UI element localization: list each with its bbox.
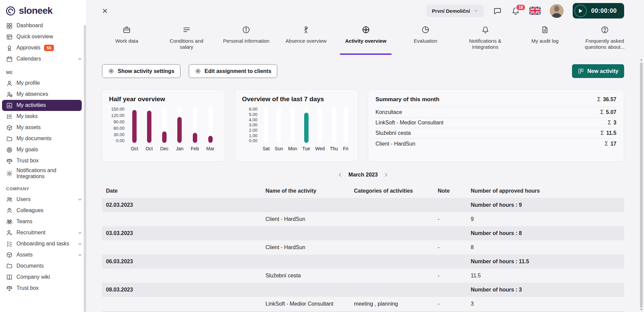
new-activity-button[interactable]: New activity xyxy=(572,64,624,78)
calendar-icon xyxy=(6,56,13,63)
x-axis-tick-label: Fri xyxy=(343,146,348,151)
group-date: 02.03.2023 xyxy=(102,202,265,208)
table-row[interactable]: LinkSoft - Medior Consultantmeeting , pl… xyxy=(102,297,624,311)
language-flag-uk[interactable] xyxy=(529,7,541,15)
page-scrollbar[interactable]: ▲ ▼ xyxy=(639,57,643,312)
summary-row: KonzultaceΣ5.07 xyxy=(375,107,616,118)
sidebar-item-my-absences[interactable]: My absences xyxy=(0,89,86,100)
group-hours-total: Number of hours : 3 xyxy=(471,287,624,293)
summary-row-value: Σ11.5 xyxy=(601,130,616,136)
x-axis-tick-label: Jan xyxy=(176,146,184,151)
board-icon xyxy=(578,68,584,74)
tab-my-audit-log[interactable]: My audit log xyxy=(515,22,575,55)
sidebar-item-label: My assets xyxy=(16,124,41,130)
sidebar-item-approvals[interactable]: Approvals55 xyxy=(0,42,86,53)
sidebar-item-recruitment[interactable]: Recruitment xyxy=(0,227,86,238)
x-axis-tick-label: Thu xyxy=(330,146,338,151)
company-name: První Demoliční xyxy=(432,8,470,14)
button-label: Edit assignment to clients xyxy=(205,68,271,74)
sidebar-item-assets[interactable]: Assets xyxy=(0,249,86,261)
tab-work-data[interactable]: Work data xyxy=(97,22,157,55)
logo[interactable]: sloneek xyxy=(0,0,86,20)
play-button[interactable] xyxy=(574,5,587,17)
notifications-button[interactable]: 18 xyxy=(511,6,520,15)
absence-person-icon xyxy=(302,26,310,35)
tab-label: Frequently asked questions about... xyxy=(581,38,629,50)
sidebar-item-quick-overview[interactable]: Quick overview xyxy=(0,31,86,42)
chevron-right-icon xyxy=(383,172,389,178)
sidebar-item-label: My goals xyxy=(16,147,38,153)
tab-evaluation[interactable]: Evaluation xyxy=(396,22,456,55)
tab-absence-overview[interactable]: Absence overview xyxy=(276,22,336,55)
actions-row: Show activity settings Edit assignment t… xyxy=(102,64,624,78)
sidebar-item-dashboard[interactable]: Dashboard xyxy=(0,20,86,31)
chart: 150.00120.0090.0060.0030.000.00 OctOctDe… xyxy=(109,107,218,151)
scroll-up-arrow[interactable]: ▲ xyxy=(639,57,643,62)
tab-activity-overview[interactable]: Activity overview xyxy=(336,22,396,55)
chat-button[interactable] xyxy=(493,6,502,15)
table-row[interactable]: Client - HardSun-8 xyxy=(102,240,624,255)
chart-bar-column: Feb xyxy=(191,107,199,151)
company-selector[interactable]: První Demoliční xyxy=(427,5,484,17)
tab-personal-information[interactable]: Personal information xyxy=(216,22,276,55)
sidebar-scrollbar[interactable] xyxy=(84,25,86,312)
chart-bar-fill xyxy=(132,110,137,143)
sidebar-item-calendars[interactable]: Calendars xyxy=(0,53,86,65)
summary-row-label: LinkSoft - Medior Consultant xyxy=(375,120,443,126)
audit-icon xyxy=(541,26,549,35)
cell-approved-hours: 9 xyxy=(471,216,624,222)
sidebar-item-company-wiki[interactable]: Company wiki xyxy=(0,272,86,283)
chat-icon xyxy=(493,6,502,15)
show-activity-settings-button[interactable]: Show activity settings xyxy=(102,64,180,78)
tab-notifications-integrations[interactable]: Notifications & Integrations xyxy=(455,22,515,55)
sidebar-item-onboarding-and-tasks[interactable]: Onboarding and tasks xyxy=(0,238,86,249)
sidebar-item-my-assets[interactable]: My assets xyxy=(0,122,86,133)
sidebar-item-trust-box[interactable]: Trust box xyxy=(0,283,86,294)
scroll-down-arrow[interactable]: ▼ xyxy=(639,307,643,312)
avatar[interactable] xyxy=(550,4,564,18)
sidebar-item-teams[interactable]: Teams xyxy=(0,216,86,227)
sidebar-item-users[interactable]: Users xyxy=(0,194,86,205)
table-row[interactable]: Služební cesta-11.5 xyxy=(102,269,624,283)
sidebar-item-my-tasks[interactable]: My tasks xyxy=(0,111,86,122)
previous-month-button[interactable] xyxy=(337,172,343,178)
table-icon xyxy=(6,34,13,40)
cell-approved-hours: 11.5 xyxy=(471,273,624,279)
table-group-header-row: 02.03.2023Number of hours : 9 xyxy=(102,198,624,212)
activity-table: Date Name of the activity Categories of … xyxy=(102,184,624,312)
sidebar-item-label: Users xyxy=(16,196,31,202)
cell-activity-name: Client - HardSun xyxy=(265,244,354,250)
y-axis-tick-label: 0.00 xyxy=(249,139,257,143)
tab-frequently-asked-questions-about[interactable]: Frequently asked questions about... xyxy=(575,22,635,55)
sidebar-item-my-profile[interactable]: My profile xyxy=(0,78,86,89)
sidebar-item-label: My profile xyxy=(16,80,40,86)
sidebar-item-label: Notifications and Integrations xyxy=(16,167,82,180)
card-title: Half year overview xyxy=(109,95,218,103)
sidebar-item-my-goals[interactable]: My goals xyxy=(0,144,86,155)
scrollbar-thumb[interactable] xyxy=(640,63,643,308)
sidebar-item-my-documents[interactable]: My documents xyxy=(0,133,86,144)
edit-assignment-button[interactable]: Edit assignment to clients xyxy=(189,64,277,78)
table-row[interactable]: Client - HardSun-9 xyxy=(102,212,624,226)
bars-area: SatSunMonTueWedThuFri xyxy=(260,107,351,151)
sidebar-item-documents[interactable]: Documents xyxy=(0,261,86,272)
sidebar-item-label: My tasks xyxy=(16,113,38,119)
sidebar-item-trust-box[interactable]: Trust box xyxy=(0,155,86,166)
tab-label: Activity overview xyxy=(345,38,387,44)
next-month-button[interactable] xyxy=(383,172,389,178)
onboarding-icon xyxy=(6,240,13,247)
briefcase-icon xyxy=(122,26,131,35)
sidebar-item-my-activities[interactable]: My activities xyxy=(2,100,82,111)
y-axis-tick-label: 3.00 xyxy=(249,123,257,127)
table-body: 02.03.2023Number of hours : 9Client - Ha… xyxy=(102,198,624,311)
close-icon[interactable]: ✕ xyxy=(102,7,108,14)
tab-conditions-and-salary[interactable]: Conditions and salary xyxy=(157,22,217,55)
sidebar-item-notifications-and-integrations[interactable]: Notifications and Integrations xyxy=(0,166,86,181)
column-header-note: Note xyxy=(438,188,471,194)
sidebar-item-colleagues[interactable]: Colleagues xyxy=(0,205,86,216)
chart-bar-fill xyxy=(208,136,213,143)
folder-icon xyxy=(6,135,13,142)
sidebar-item-label: Approvals xyxy=(16,45,40,51)
summary-rows: KonzultaceΣ5.07LinkSoft - Medior Consult… xyxy=(375,107,616,149)
sidebar-item-label: Onboarding and tasks xyxy=(16,241,69,247)
